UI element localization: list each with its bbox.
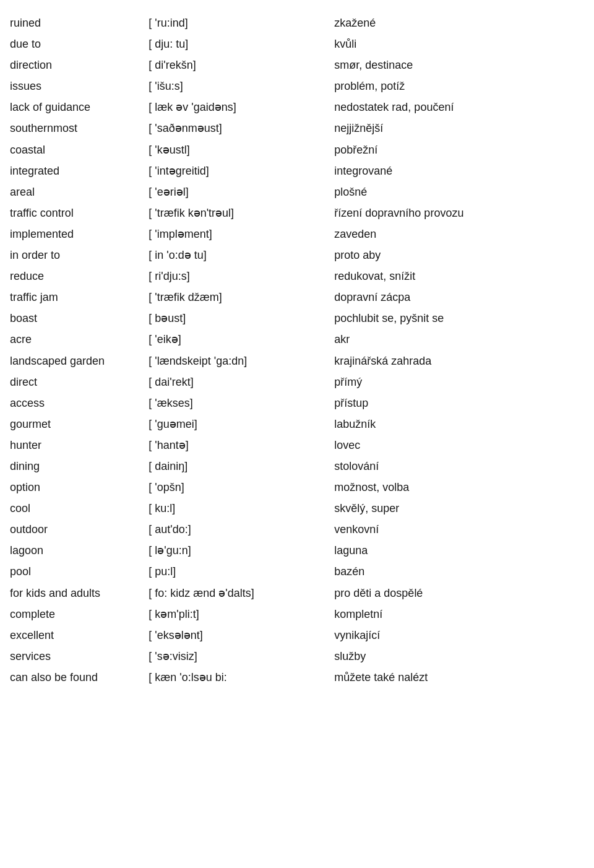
translation-cell: nejjižnější <box>334 118 584 139</box>
phonetic-cell: [ kæn 'o:lsəu bi: <box>148 667 334 688</box>
word-cell: access <box>10 393 148 414</box>
translation-cell: pro děti a dospělé <box>334 583 584 604</box>
translation-cell: řízení dopravního provozu <box>334 202 584 224</box>
phonetic-cell: [ ri'dju:s] <box>148 266 334 287</box>
word-cell: reduce <box>10 266 148 287</box>
table-row: traffic control[ 'træfik kən'trəul]řízen… <box>10 202 584 224</box>
phonetic-cell: [ 'eksələnt] <box>148 625 334 646</box>
word-cell: dining <box>10 456 148 477</box>
table-row: can also be found[ kæn 'o:lsəu bi:můžete… <box>10 667 584 688</box>
table-row: implemented[ 'impləment]zaveden <box>10 224 584 245</box>
translation-cell: venkovní <box>334 519 584 540</box>
table-row: landscaped garden[ 'lændskeipt 'ga:dn]kr… <box>10 350 584 371</box>
phonetic-cell: [ 'sə:visiz] <box>148 646 334 667</box>
translation-cell: možnost, volba <box>334 477 584 498</box>
table-row: coastal[ 'kəustl]pobřežní <box>10 139 584 160</box>
word-cell: in order to <box>10 245 148 266</box>
word-cell: excellent <box>10 625 148 646</box>
translation-cell: dopravní zácpa <box>334 287 584 308</box>
table-row: for kids and adults[ fo: kidz ænd ə'dalt… <box>10 583 584 604</box>
translation-cell: pochlubit se, pyšnit se <box>334 308 584 329</box>
phonetic-cell: [ dainiŋ] <box>148 456 334 477</box>
phonetic-cell: [ læk əv 'gaidəns] <box>148 97 334 118</box>
table-row: due to[ dju: tu]kvůli <box>10 33 584 54</box>
word-cell: ruined <box>10 12 148 33</box>
word-cell: gourmet <box>10 414 148 435</box>
word-cell: lack of guidance <box>10 97 148 118</box>
translation-cell: proto aby <box>334 245 584 266</box>
phonetic-cell: [ di'rekšn] <box>148 54 334 76</box>
table-row: southernmost[ 'saðənməust]nejjižnější <box>10 118 584 139</box>
word-cell: issues <box>10 76 148 97</box>
phonetic-cell: [ 'ækses] <box>148 393 334 414</box>
table-row: boast[ bəust]pochlubit se, pyšnit se <box>10 308 584 329</box>
word-cell: landscaped garden <box>10 350 148 371</box>
word-cell: cool <box>10 498 148 519</box>
phonetic-cell: [ 'kəustl] <box>148 139 334 160</box>
translation-cell: stolování <box>334 456 584 477</box>
translation-cell: přístup <box>334 393 584 414</box>
table-row: excellent[ 'eksələnt]vynikající <box>10 625 584 646</box>
phonetic-cell: [ 'eəriəl] <box>148 181 334 202</box>
phonetic-cell: [ 'išu:s] <box>148 76 334 97</box>
word-cell: complete <box>10 604 148 625</box>
phonetic-cell: [ bəust] <box>148 308 334 329</box>
phonetic-cell: [ 'eikə] <box>148 329 334 350</box>
translation-cell: akr <box>334 329 584 350</box>
table-row: traffic jam[ 'træfik džæm]dopravní zácpa <box>10 287 584 308</box>
table-row: issues[ 'išu:s]problém, potíž <box>10 76 584 97</box>
word-cell: direction <box>10 54 148 76</box>
phonetic-cell: [ 'træfik kən'trəul] <box>148 202 334 224</box>
phonetic-cell: [ 'opšn] <box>148 477 334 498</box>
word-cell: direct <box>10 371 148 393</box>
phonetic-cell: [ 'impləment] <box>148 224 334 245</box>
translation-cell: pobřežní <box>334 139 584 160</box>
table-row: complete[ kəm'pli:t]kompletní <box>10 604 584 625</box>
table-row: pool[ pu:l]bazén <box>10 561 584 582</box>
translation-cell: integrované <box>334 160 584 181</box>
phonetic-cell: [ dju: tu] <box>148 33 334 54</box>
translation-cell: labužník <box>334 414 584 435</box>
phonetic-cell: [ lə'gu:n] <box>148 540 334 561</box>
translation-cell: krajinářská zahrada <box>334 350 584 371</box>
translation-cell: plošné <box>334 181 584 202</box>
word-cell: southernmost <box>10 118 148 139</box>
phonetic-cell: [ ku:l] <box>148 498 334 519</box>
translation-cell: kvůli <box>334 33 584 54</box>
word-cell: pool <box>10 561 148 582</box>
word-cell: integrated <box>10 160 148 181</box>
phonetic-cell: [ 'lændskeipt 'ga:dn] <box>148 350 334 371</box>
translation-cell: zaveden <box>334 224 584 245</box>
word-cell: coastal <box>10 139 148 160</box>
phonetic-cell: [ aut'do:] <box>148 519 334 540</box>
table-row: hunter[ 'hantə]lovec <box>10 435 584 456</box>
word-cell: for kids and adults <box>10 583 148 604</box>
table-row: services[ 'sə:visiz]služby <box>10 646 584 667</box>
phonetic-cell: [ 'intəgreitid] <box>148 160 334 181</box>
translation-cell: přímý <box>334 371 584 393</box>
translation-cell: zkažené <box>334 12 584 33</box>
word-cell: implemented <box>10 224 148 245</box>
table-row: acre[ 'eikə]akr <box>10 329 584 350</box>
table-row: reduce[ ri'dju:s]redukovat, snížit <box>10 266 584 287</box>
translation-cell: lovec <box>334 435 584 456</box>
table-row: integrated[ 'intəgreitid]integrované <box>10 160 584 181</box>
phonetic-cell: [ 'ru:ind] <box>148 12 334 33</box>
table-row: option[ 'opšn]možnost, volba <box>10 477 584 498</box>
table-row: in order to[ in 'o:də tu]proto aby <box>10 245 584 266</box>
phonetic-cell: [ in 'o:də tu] <box>148 245 334 266</box>
phonetic-cell: [ pu:l] <box>148 561 334 582</box>
phonetic-cell: [ 'guəmei] <box>148 414 334 435</box>
vocabulary-table: ruined[ 'ru:ind]zkaženédue to[ dju: tu]k… <box>10 12 584 688</box>
table-row: direction[ di'rekšn]smør, destinace <box>10 54 584 76</box>
word-cell: hunter <box>10 435 148 456</box>
translation-cell: bazén <box>334 561 584 582</box>
word-cell: due to <box>10 33 148 54</box>
table-row: areal[ 'eəriəl]plošné <box>10 181 584 202</box>
translation-cell: vynikající <box>334 625 584 646</box>
table-row: gourmet[ 'guəmei]labužník <box>10 414 584 435</box>
table-row: ruined[ 'ru:ind]zkažené <box>10 12 584 33</box>
translation-cell: skvělý, super <box>334 498 584 519</box>
word-cell: can also be found <box>10 667 148 688</box>
word-cell: lagoon <box>10 540 148 561</box>
